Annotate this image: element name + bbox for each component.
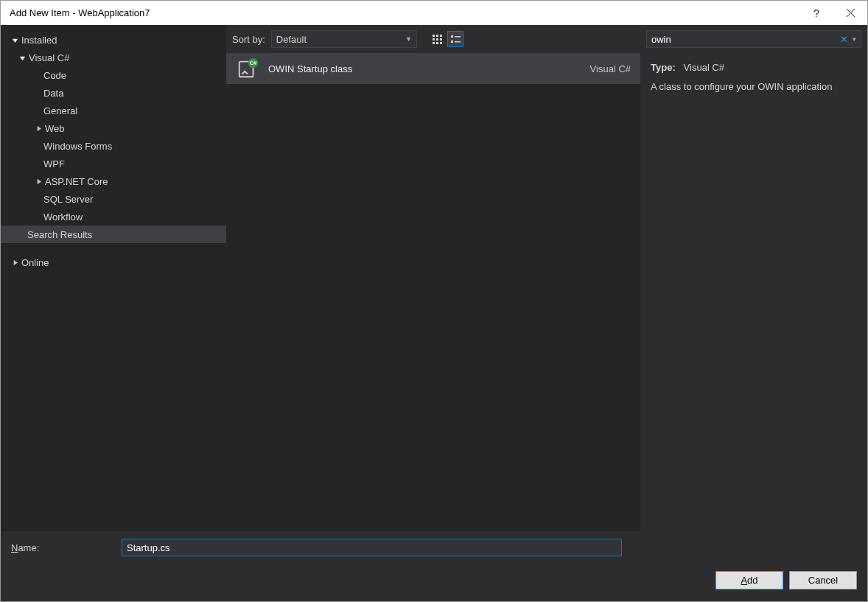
svg-rect-10 (440, 42, 442, 44)
search-box[interactable]: ✕ ▾ (646, 30, 861, 48)
csharp-class-icon: C# (236, 57, 259, 80)
tree-windows-forms[interactable]: Windows Forms (1, 137, 226, 155)
name-row: Name: (11, 539, 857, 556)
svg-rect-9 (436, 42, 438, 44)
tree-search-results[interactable]: Search Results (1, 225, 226, 243)
svg-rect-6 (436, 38, 438, 41)
tree-label: Visual C# (29, 52, 69, 63)
view-small-icons[interactable] (429, 31, 445, 47)
expander-right-icon (33, 123, 43, 133)
tree-code[interactable]: Code (1, 66, 226, 84)
tree-sql-server[interactable]: SQL Server (1, 190, 226, 208)
tree-label: Windows Forms (43, 141, 112, 152)
grid-small-icon (432, 34, 442, 44)
sort-bar: Sort by: Default ▼ (226, 25, 640, 53)
template-details: Type: Visual C# A class to configure you… (640, 53, 867, 102)
svg-rect-3 (436, 35, 438, 37)
expander-down-icon (17, 52, 27, 63)
chevron-down-icon[interactable]: ▾ (853, 35, 856, 43)
chevron-down-icon: ▼ (405, 35, 412, 43)
tree-visual-csharp[interactable]: Visual C# (1, 49, 226, 66)
sort-by-value: Default (276, 34, 307, 45)
titlebar: Add New Item - WebApplication7 ? (1, 1, 867, 25)
center-panel: Sort by: Default ▼ (226, 25, 640, 531)
tree-label: Data (43, 88, 63, 99)
cancel-button[interactable]: Cancel (789, 571, 857, 589)
sort-by-dropdown[interactable]: Default ▼ (271, 30, 417, 48)
search-input[interactable] (651, 34, 837, 45)
expander-down-icon (10, 35, 20, 45)
tree-data[interactable]: Data (1, 84, 226, 102)
name-label: Name: (11, 542, 114, 553)
tree-label: Search Results (27, 229, 92, 240)
help-button[interactable]: ? (799, 1, 833, 25)
tree-label: Web (45, 123, 65, 134)
tree-label: ASP.NET Core (45, 176, 108, 187)
svg-rect-12 (455, 36, 461, 38)
close-button[interactable] (833, 1, 867, 25)
tree-online[interactable]: Online (1, 253, 226, 271)
svg-rect-14 (455, 41, 461, 43)
template-description: A class to configure your OWIN applicati… (651, 80, 857, 94)
dialog-window: Add New Item - WebApplication7 ? Install… (0, 0, 868, 602)
svg-rect-7 (440, 38, 442, 41)
window-title: Add New Item - WebApplication7 (10, 7, 799, 18)
sort-by-label: Sort by: (232, 34, 265, 45)
svg-rect-8 (433, 42, 435, 44)
svg-rect-4 (440, 35, 442, 37)
close-icon (847, 9, 855, 17)
expander-right-icon (33, 176, 43, 186)
svg-text:C#: C# (250, 60, 257, 66)
tree-label: General (43, 105, 77, 116)
right-panel: ✕ ▾ Type: Visual C# A class to configure… (640, 25, 867, 531)
name-input[interactable] (122, 539, 622, 556)
svg-rect-2 (433, 35, 435, 37)
template-list[interactable]: C# OWIN Startup class Visual C# (226, 53, 640, 531)
tree-label: Installed (21, 35, 57, 46)
type-value: Visual C# (684, 62, 724, 73)
tree-aspnet-core[interactable]: ASP.NET Core (1, 172, 226, 190)
category-tree: Installed Visual C# Code Data General We… (1, 25, 226, 531)
content-area: Installed Visual C# Code Data General We… (1, 25, 867, 531)
expander-right-icon (10, 257, 20, 267)
tree-label: SQL Server (43, 194, 93, 205)
type-label: Type: (651, 62, 676, 73)
tree-label: Code (43, 70, 66, 81)
view-mode-buttons (429, 31, 463, 47)
template-row-owin-startup[interactable]: C# OWIN Startup class Visual C# (226, 53, 640, 84)
tree-wpf[interactable]: WPF (1, 155, 226, 172)
search-wrap: ✕ ▾ (640, 25, 867, 53)
list-icon (450, 34, 461, 44)
clear-search-icon[interactable]: ✕ (840, 34, 848, 45)
template-language: Visual C# (590, 63, 631, 74)
view-details[interactable] (447, 31, 463, 47)
tree-workflow[interactable]: Workflow (1, 208, 226, 225)
footer: Name: Add Cancel (1, 531, 867, 601)
svg-rect-13 (451, 41, 453, 43)
tree-general[interactable]: General (1, 102, 226, 119)
add-button[interactable]: Add (715, 571, 783, 589)
svg-rect-11 (451, 35, 453, 38)
tree-installed[interactable]: Installed (1, 31, 226, 49)
tree-web[interactable]: Web (1, 119, 226, 137)
svg-rect-5 (433, 38, 435, 41)
tree-label: Online (21, 257, 49, 268)
tree-label: WPF (43, 158, 65, 169)
template-name: OWIN Startup class (268, 63, 581, 74)
button-row: Add Cancel (11, 571, 857, 589)
tree-label: Workflow (43, 211, 83, 223)
